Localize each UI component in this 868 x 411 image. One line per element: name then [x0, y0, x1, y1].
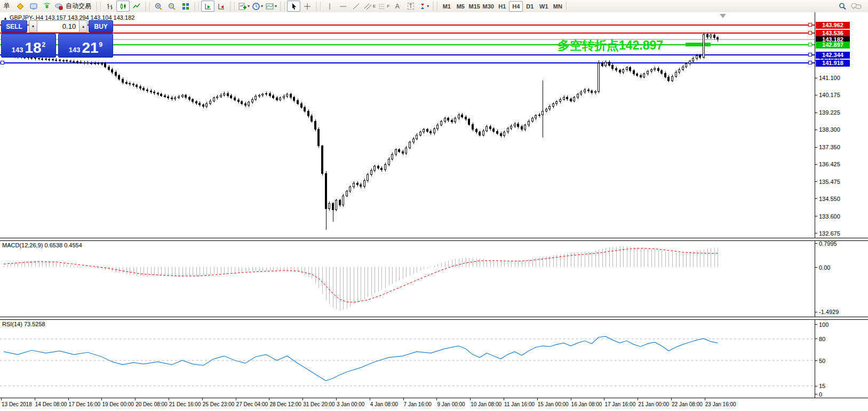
time-label: 25 Dec 23:00 [203, 401, 235, 407]
buy-price-button[interactable]: 143219 [58, 34, 113, 58]
pane-divider[interactable] [0, 317, 868, 320]
time-tick [470, 398, 471, 400]
rsi-tick-label: 0 [815, 391, 822, 398]
volume-increase-button[interactable]: ▲ [79, 20, 87, 33]
timeframe-button-w1[interactable]: W1 [537, 1, 551, 12]
price-tick-label: 136.425 [815, 161, 840, 168]
text-label-button[interactable]: T [404, 1, 417, 12]
candlestick-chart-button[interactable] [116, 1, 130, 12]
search-button[interactable] [836, 1, 849, 12]
price-line-label: 143.536 [816, 30, 850, 37]
text-button[interactable]: A [391, 1, 404, 12]
macd-pane: 0.79950.00-1.4929 MACD(12,26,9) 0.6538 0… [0, 240, 868, 317]
fibonacci-button[interactable]: F [377, 1, 391, 12]
cursor-icon [290, 2, 298, 11]
buy-price-sup: 9 [99, 41, 103, 49]
toolbar-grip [95, 2, 98, 11]
sell-price-button[interactable]: 143182 [1, 34, 56, 58]
time-label: 31 Dec 20:00 [303, 401, 335, 407]
timeframe-button-m5[interactable]: M5 [453, 1, 467, 12]
cursor-button[interactable] [287, 1, 300, 12]
price-tick-label: 132.675 [815, 230, 840, 237]
time-label: 11 Jan 16:00 [504, 401, 535, 407]
rsi-axis[interactable]: 1008050150 [815, 319, 868, 398]
buy-button[interactable]: BUY [89, 20, 113, 33]
toolbar-separator [320, 2, 321, 11]
time-label: 17 Jan 16:00 [604, 401, 635, 407]
autotrading-button[interactable]: 自动交易 [53, 1, 94, 12]
arrows-button[interactable]: ▾ [417, 1, 431, 12]
rsi-tick-label: 15 [815, 383, 825, 390]
templates-button[interactable]: ▾ [264, 1, 278, 12]
time-tick [504, 398, 504, 400]
pivot-annotation-text[interactable]: 多空转折点142.897 [558, 37, 663, 54]
timeframe-button-m30[interactable]: M30 [481, 1, 495, 12]
fibonacci-icon [378, 2, 386, 11]
horizontal-line-button[interactable] [336, 1, 349, 12]
time-label: 21 Jan 00:00 [638, 401, 669, 407]
profiles-button[interactable] [13, 1, 27, 12]
timeframe-group: M1M5M15M30H1H4D1W1MN [440, 1, 564, 12]
indicators-icon [238, 2, 247, 11]
line-chart-button[interactable] [130, 1, 143, 12]
macd-axis[interactable]: 0.79950.00-1.4929 [815, 240, 868, 317]
chat-button[interactable] [849, 1, 863, 12]
chart-shift-icon[interactable] [720, 14, 726, 18]
zoom-out-button[interactable] [165, 1, 179, 12]
line-chart-icon [132, 2, 141, 11]
price-axis[interactable]: 142.050141.100140.175139.225138.300137.3… [815, 12, 868, 238]
pane-divider[interactable] [0, 238, 868, 241]
time-tick [436, 398, 437, 400]
time-tick [1, 398, 2, 400]
zoom-in-button[interactable] [152, 1, 165, 12]
terminal-button[interactable] [27, 1, 40, 12]
fibo-letter: F [387, 4, 389, 9]
time-label: 22 Jan 08:00 [672, 401, 703, 407]
time-label: 17 Dec 16:00 [69, 401, 101, 407]
time-tick [604, 398, 604, 400]
dropdown-arrow-icon: ▾ [275, 4, 277, 9]
toolbar-grip [315, 2, 317, 11]
equidistant-channel-button[interactable]: E [363, 1, 377, 12]
macd-canvas[interactable] [0, 240, 815, 317]
toolbar-separator [100, 2, 101, 11]
new-order-button[interactable]: 单 [0, 1, 13, 12]
buy-price-prefix: 143 [69, 46, 81, 54]
timeframe-button-h1[interactable]: H1 [495, 1, 509, 12]
channel-letter: E [373, 4, 376, 9]
toolbar-grip [279, 2, 282, 11]
tile-windows-button[interactable] [179, 1, 192, 12]
macd-tick-label: 0.7995 [815, 240, 837, 247]
dropdown-arrow-icon: ▾ [248, 4, 250, 9]
time-axis[interactable]: 13 Dec 201814 Dec 08:0017 Dec 16:0019 De… [0, 398, 868, 411]
rsi-canvas[interactable] [0, 319, 815, 398]
zoom-in-icon [154, 2, 163, 11]
sell-button[interactable]: SELL [1, 20, 27, 33]
timeframe-button-m15[interactable]: M15 [467, 1, 481, 12]
time-label: 13 Dec 2018 [2, 401, 32, 407]
chart-shift-button[interactable] [214, 1, 228, 12]
auto-scroll-icon [204, 2, 212, 11]
volume-decrease-button[interactable]: ▼ [29, 20, 37, 33]
text-tool-letter: A [395, 3, 400, 10]
rsi-tick-label: 80 [815, 335, 825, 342]
crosshair-button[interactable] [300, 1, 314, 12]
new-order-label: 单 [2, 2, 12, 11]
timeframe-button-m1[interactable]: M1 [440, 1, 453, 12]
timeframe-button-mn[interactable]: MN [551, 1, 564, 12]
timeframe-button-h4[interactable]: H4 [509, 1, 523, 12]
indicators-button[interactable]: ▾ [237, 1, 251, 12]
time-label: 10 Jan 08:00 [471, 401, 501, 407]
volume-input[interactable] [37, 20, 79, 33]
candlestick-canvas[interactable] [0, 12, 815, 238]
time-tick [638, 398, 638, 400]
rsi-tick-label: 50 [815, 357, 825, 364]
auto-scroll-button[interactable] [201, 1, 214, 12]
price-line-label: 142.344 [816, 52, 850, 59]
timeframe-button-d1[interactable]: D1 [523, 1, 537, 12]
signals-button[interactable] [40, 1, 53, 12]
periods-button[interactable]: ▾ [251, 1, 264, 12]
bar-chart-button[interactable] [103, 1, 116, 12]
trendline-button[interactable] [349, 1, 363, 12]
vertical-line-button[interactable] [323, 1, 336, 12]
